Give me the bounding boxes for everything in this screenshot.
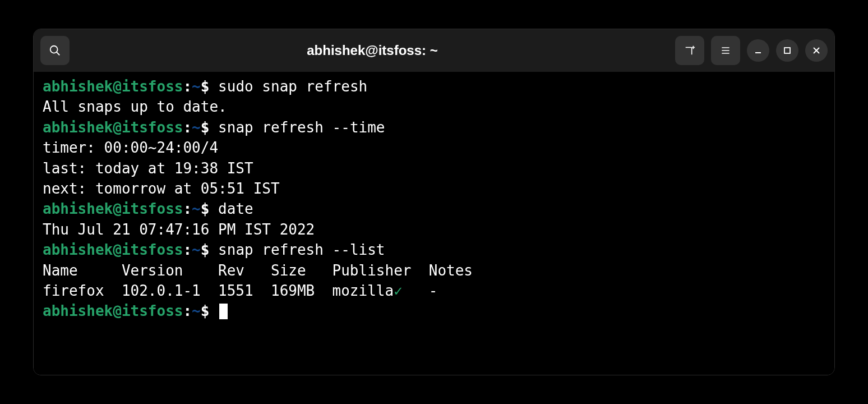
cursor (219, 304, 228, 319)
minimize-button[interactable] (747, 39, 769, 62)
prompt-symbol: $ (201, 119, 210, 136)
close-icon (812, 46, 821, 55)
prompt-colon: : (183, 200, 192, 217)
prompt-symbol: $ (201, 241, 210, 258)
new-tab-icon (684, 44, 696, 57)
window-title: abhishek@itsfoss: ~ (307, 43, 437, 58)
prompt-path: ~ (192, 302, 201, 319)
table-row: firefox 102.0.1-1 1551 169MB mozilla✓ - (43, 282, 437, 299)
hamburger-menu-icon (720, 45, 731, 56)
new-tab-button[interactable] (675, 36, 704, 65)
prompt-symbol: $ (201, 302, 210, 319)
prompt-user-host: abhishek@itsfoss (43, 78, 183, 95)
title-bar-center: abhishek@itsfoss: ~ (75, 43, 670, 58)
output-line: Thu Jul 21 07:47:16 PM IST 2022 (43, 221, 315, 238)
prompt-user-host: abhishek@itsfoss (43, 241, 183, 258)
output-line: All snaps up to date. (43, 98, 227, 115)
prompt-line: abhishek@itsfoss:~$ date (43, 200, 253, 217)
output-line: last: today at 19:38 IST (43, 160, 253, 177)
svg-point-0 (50, 46, 58, 53)
command-text: date (218, 200, 253, 217)
output-line: next: tomorrow at 05:51 IST (43, 180, 280, 197)
maximize-icon (783, 46, 792, 55)
prompt-user-host: abhishek@itsfoss (43, 119, 183, 136)
search-button[interactable] (40, 36, 70, 65)
search-icon (49, 44, 61, 57)
title-bar: abhishek@itsfoss: ~ (34, 29, 834, 72)
prompt-line: abhishek@itsfoss:~$ (43, 302, 228, 319)
terminal-window: abhishek@itsfoss: ~ (33, 29, 835, 375)
prompt-line: abhishek@itsfoss:~$ snap refresh --time (43, 119, 385, 136)
row-suffix: - (403, 282, 438, 299)
minimize-icon (754, 46, 763, 55)
prompt-path: ~ (192, 119, 201, 136)
prompt-symbol: $ (201, 200, 210, 217)
title-bar-right (675, 36, 828, 65)
prompt-colon: : (183, 119, 192, 136)
prompt-colon: : (183, 241, 192, 258)
checkmark-icon: ✓ (394, 282, 403, 299)
command-text: sudo snap refresh (218, 78, 367, 95)
prompt-line: abhishek@itsfoss:~$ sudo snap refresh (43, 78, 367, 95)
output-line: Name Version Rev Size Publisher Notes (43, 262, 473, 279)
prompt-user-host: abhishek@itsfoss (43, 200, 183, 217)
prompt-colon: : (183, 78, 192, 95)
command-text: snap refresh --list (218, 241, 385, 258)
prompt-line: abhishek@itsfoss:~$ snap refresh --list (43, 241, 385, 258)
prompt-user-host: abhishek@itsfoss (43, 302, 183, 319)
svg-rect-8 (784, 48, 790, 53)
prompt-path: ~ (192, 200, 201, 217)
row-prefix: firefox 102.0.1-1 1551 169MB mozilla (43, 282, 394, 299)
menu-button[interactable] (711, 36, 740, 65)
prompt-symbol: $ (201, 78, 210, 95)
close-button[interactable] (805, 39, 828, 62)
terminal-body[interactable]: abhishek@itsfoss:~$ sudo snap refresh Al… (34, 72, 834, 375)
prompt-colon: : (183, 302, 192, 319)
prompt-path: ~ (192, 78, 201, 95)
title-bar-left (40, 36, 70, 65)
svg-line-1 (57, 52, 60, 56)
prompt-path: ~ (192, 241, 201, 258)
output-line: timer: 00:00~24:00/4 (43, 139, 218, 156)
maximize-button[interactable] (776, 39, 798, 62)
command-text: snap refresh --time (218, 119, 385, 136)
